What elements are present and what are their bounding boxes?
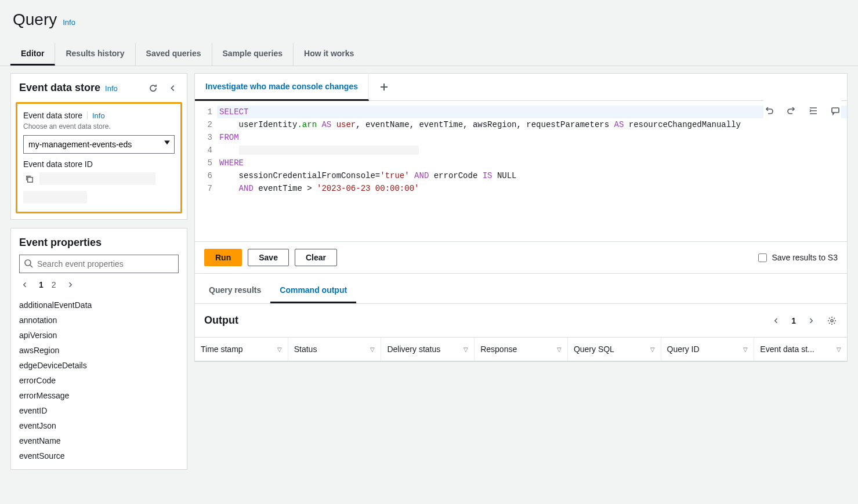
query-tab-active[interactable]: Investigate who made console changes [195, 74, 369, 101]
sort-icon: ▽ [650, 346, 655, 353]
output-page: 1 [791, 316, 796, 325]
event-data-store-panel: Event data store Info Event data store [10, 73, 187, 220]
pager-prev-icon[interactable] [19, 279, 31, 291]
prop-annotation[interactable]: annotation [19, 313, 179, 328]
pager-page-1[interactable]: 1 [39, 280, 44, 289]
page-title: Query Info [13, 10, 845, 29]
output-title: Output [204, 314, 238, 327]
result-tabs: Query resultsCommand output [195, 278, 847, 304]
run-button[interactable]: Run [204, 249, 242, 266]
column-event-data-st-[interactable]: Event data st...▽ [754, 338, 847, 361]
save-s3-row[interactable]: Save results to S3 [758, 253, 838, 262]
page-info-link[interactable]: Info [63, 18, 75, 27]
prop-eventName[interactable]: eventName [19, 433, 179, 448]
page-title-text: Query [13, 10, 57, 29]
eds-box-label: Event data store [23, 111, 82, 120]
save-button[interactable]: Save [248, 249, 289, 266]
add-tab-button[interactable] [369, 74, 399, 100]
column-query-id[interactable]: Query ID▽ [661, 338, 755, 361]
format-icon[interactable] [808, 105, 819, 117]
column-time-stamp[interactable]: Time stamp▽ [195, 338, 288, 361]
props-list: additionalEventDataannotationapiVersiona… [19, 298, 179, 463]
sort-icon: ▽ [464, 346, 468, 353]
pager-page-2[interactable]: 2 [52, 280, 56, 289]
eds-select[interactable]: my-management-events-eds [23, 135, 175, 154]
svg-point-3 [831, 320, 833, 322]
column-query-sql[interactable]: Query SQL▽ [568, 338, 661, 361]
eds-title: Event data store [19, 82, 100, 94]
sort-icon: ▽ [557, 346, 562, 353]
props-pager: 1 2 [19, 279, 179, 291]
result-tab-query-results[interactable]: Query results [200, 278, 270, 303]
prop-eventID[interactable]: eventID [19, 403, 179, 418]
pager-next-icon[interactable] [64, 279, 76, 291]
prop-errorMessage[interactable]: errorMessage [19, 388, 179, 403]
main-tab-how-it-works[interactable]: How it works [294, 43, 364, 66]
sort-icon: ▽ [837, 346, 841, 353]
main-tab-saved-queries[interactable]: Saved queries [136, 43, 212, 66]
prop-eventSource[interactable]: eventSource [19, 448, 179, 463]
main-tab-sample-queries[interactable]: Sample queries [212, 43, 294, 66]
refresh-icon[interactable] [147, 82, 159, 94]
svg-rect-2 [832, 108, 839, 113]
prop-awsRegion[interactable]: awsRegion [19, 343, 179, 358]
output-table-header: Time stamp▽Status▽Delivery status▽Respon… [195, 337, 847, 361]
prop-apiVersion[interactable]: apiVersion [19, 328, 179, 343]
event-properties-panel: Event properties 1 2 additionalEventData… [10, 228, 187, 470]
eds-id-label: Event data store ID [23, 159, 175, 169]
output-next-icon[interactable] [805, 315, 817, 327]
save-s3-label: Save results to S3 [772, 253, 838, 262]
sort-icon: ▽ [743, 346, 748, 353]
query-tab-strip: Investigate who made console changes [195, 74, 847, 101]
clear-button[interactable]: Clear [295, 249, 337, 266]
column-response[interactable]: Response▽ [475, 338, 568, 361]
save-s3-checkbox[interactable] [758, 253, 767, 262]
sql-editor[interactable]: 1SELECT2 userIdentity.arn AS user, event… [195, 101, 847, 241]
eds-id-redacted-2 [23, 191, 87, 204]
prop-additionalEventData[interactable]: additionalEventData [19, 298, 179, 313]
eds-box-info[interactable]: Info [92, 111, 105, 120]
prop-edgeDeviceDetails[interactable]: edgeDeviceDetails [19, 358, 179, 373]
main-tabs: EditorResults historySaved queriesSample… [0, 43, 858, 66]
eds-info-link[interactable]: Info [105, 84, 118, 93]
column-status[interactable]: Status▽ [288, 338, 382, 361]
comment-icon[interactable] [830, 105, 841, 117]
eds-helper: Choose an event data store. [23, 122, 175, 130]
eds-highlight-box: Event data store Info Choose an event da… [16, 102, 182, 213]
prop-errorCode[interactable]: errorCode [19, 373, 179, 388]
eds-id-redacted [39, 172, 155, 185]
undo-icon[interactable] [763, 105, 775, 117]
sort-icon: ▽ [277, 346, 282, 353]
sort-icon: ▽ [370, 346, 375, 353]
svg-point-1 [25, 260, 31, 266]
search-icon [24, 259, 33, 268]
prop-eventJson[interactable]: eventJson [19, 418, 179, 433]
copy-icon[interactable] [23, 173, 35, 184]
settings-icon[interactable] [826, 315, 838, 327]
main-tab-editor[interactable]: Editor [10, 43, 55, 66]
main-tab-results-history[interactable]: Results history [55, 43, 135, 66]
column-delivery-status[interactable]: Delivery status▽ [381, 338, 475, 361]
redo-icon[interactable] [785, 105, 797, 117]
result-tab-command-output[interactable]: Command output [270, 278, 356, 303]
props-title: Event properties [19, 237, 179, 249]
collapse-icon[interactable] [167, 82, 179, 94]
search-input[interactable] [19, 255, 179, 273]
svg-rect-0 [27, 177, 32, 182]
output-prev-icon[interactable] [770, 315, 782, 327]
